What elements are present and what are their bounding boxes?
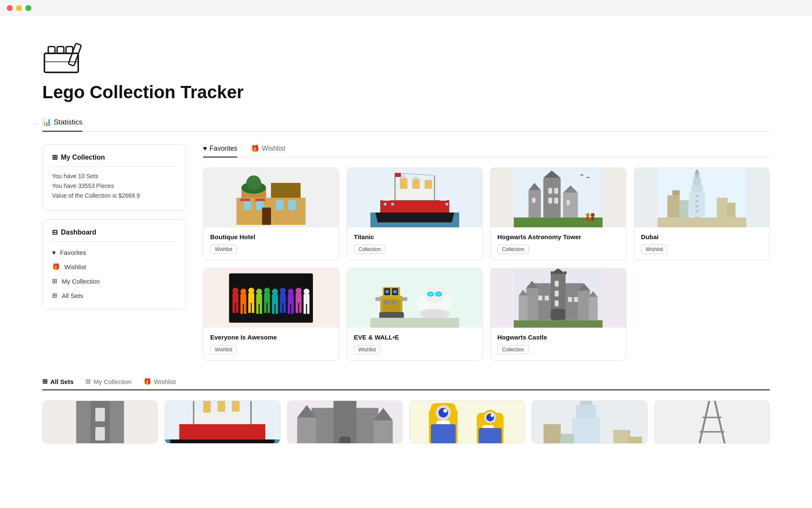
svg-rect-65 bbox=[672, 190, 680, 196]
stat-value: Value of the Collection is $2669.9 bbox=[52, 192, 176, 199]
svg-rect-90 bbox=[264, 293, 270, 303]
svg-rect-18 bbox=[262, 207, 271, 225]
svg-point-192 bbox=[443, 409, 447, 412]
svg-rect-194 bbox=[431, 424, 456, 444]
svg-point-33 bbox=[391, 203, 394, 206]
card-hogwarts-castle[interactable]: Hogwarts Castle Collection bbox=[490, 268, 626, 361]
svg-rect-57 bbox=[657, 218, 746, 227]
svg-rect-180 bbox=[297, 417, 316, 444]
card-badge-dubai: Wishlist bbox=[641, 245, 668, 254]
svg-rect-2 bbox=[57, 47, 64, 53]
svg-rect-209 bbox=[543, 424, 561, 444]
tab-statistics[interactable]: 📊 Statistics bbox=[42, 118, 82, 132]
svg-rect-182 bbox=[373, 420, 392, 444]
svg-rect-36 bbox=[382, 198, 390, 201]
svg-rect-101 bbox=[283, 303, 286, 313]
card-name-everyone-awesome: Everyone Is Awesome bbox=[210, 334, 332, 341]
heart-icon: ♥ bbox=[52, 249, 56, 256]
nav-favorites[interactable]: ♥ Favorites bbox=[52, 248, 176, 257]
svg-rect-41 bbox=[529, 190, 541, 218]
svg-rect-81 bbox=[244, 304, 247, 314]
svg-rect-159 bbox=[514, 320, 603, 328]
titlebar bbox=[0, 0, 812, 16]
card-badge-everyone-awesome: Wishlist bbox=[210, 345, 237, 354]
svg-rect-109 bbox=[299, 303, 302, 313]
card-everyone-awesome[interactable]: Everyone Is Awesome Wishlist bbox=[203, 268, 339, 361]
svg-rect-97 bbox=[275, 304, 278, 314]
grid-icon-all-sets: ⊞ bbox=[42, 378, 48, 385]
nav-my-collection[interactable]: ⊞ My Collection bbox=[52, 276, 176, 286]
card-titanic[interactable]: Titanic Collection bbox=[347, 168, 483, 260]
tab-favorites[interactable]: ♥ Favorites bbox=[203, 144, 237, 157]
svg-rect-100 bbox=[280, 303, 283, 313]
svg-rect-13 bbox=[246, 176, 261, 190]
bottom-card-6[interactable] bbox=[654, 400, 770, 444]
svg-rect-98 bbox=[280, 293, 286, 303]
svg-rect-85 bbox=[252, 303, 254, 313]
svg-rect-47 bbox=[548, 198, 552, 204]
svg-rect-145 bbox=[589, 297, 598, 320]
bottom-card-img-3 bbox=[288, 401, 402, 443]
svg-rect-150 bbox=[564, 271, 567, 274]
svg-rect-211 bbox=[628, 436, 642, 444]
tab-my-collection-bottom[interactable]: ⊞ My Collection bbox=[85, 378, 132, 389]
svg-rect-173 bbox=[232, 400, 240, 411]
card-badge-hogwarts-castle: Collection bbox=[497, 345, 529, 354]
bottom-card-3[interactable] bbox=[287, 400, 403, 444]
svg-rect-155 bbox=[538, 295, 542, 301]
card-hogwarts-astronomy[interactable]: Hogwarts Astronomy Tower Collection bbox=[490, 168, 626, 260]
card-image-eve-wall bbox=[347, 268, 483, 328]
bottom-card-4[interactable] bbox=[409, 400, 525, 444]
svg-rect-108 bbox=[296, 303, 298, 313]
svg-point-133 bbox=[420, 309, 449, 319]
card-dubai[interactable]: Dubai Wishlist bbox=[634, 168, 770, 260]
svg-rect-113 bbox=[307, 304, 310, 314]
tab-all-sets[interactable]: ⊞ All Sets bbox=[42, 378, 74, 389]
card-image-hogwarts-astronomy bbox=[491, 168, 626, 227]
card-boutique-hotel[interactable]: Boutique Hotel Wishlist bbox=[203, 168, 339, 260]
logo-area: Lego Collection Tracker bbox=[42, 41, 770, 102]
svg-point-99 bbox=[280, 288, 286, 294]
svg-rect-86 bbox=[256, 294, 262, 304]
page-title: Lego Collection Tracker bbox=[42, 82, 770, 102]
svg-rect-24 bbox=[400, 178, 407, 189]
svg-rect-147 bbox=[551, 271, 553, 274]
svg-rect-17 bbox=[288, 200, 296, 210]
bottom-card-5[interactable] bbox=[532, 400, 647, 444]
svg-rect-55 bbox=[591, 217, 594, 221]
bottom-card-2[interactable] bbox=[165, 400, 280, 444]
svg-rect-123 bbox=[401, 297, 407, 301]
close-button[interactable] bbox=[7, 5, 13, 11]
svg-point-27 bbox=[401, 174, 406, 179]
card-image-titanic bbox=[347, 168, 483, 227]
nav-all-sets[interactable]: ⊞ All Sets bbox=[52, 290, 176, 301]
svg-rect-153 bbox=[555, 301, 559, 306]
svg-point-79 bbox=[240, 289, 246, 295]
maximize-button[interactable] bbox=[25, 5, 31, 11]
svg-rect-139 bbox=[526, 288, 538, 320]
bottom-card-1[interactable] bbox=[42, 400, 158, 444]
tab-wishlist[interactable]: 🎁 Wishlist bbox=[251, 144, 285, 157]
card-name-hogwarts-castle: Hogwarts Castle bbox=[497, 334, 619, 341]
nav-wishlist[interactable]: 🎁 Wishlist bbox=[52, 262, 176, 272]
svg-rect-151 bbox=[555, 281, 559, 287]
svg-rect-77 bbox=[236, 303, 239, 313]
tab-wishlist-bottom[interactable]: 🎁 Wishlist bbox=[143, 378, 176, 389]
svg-rect-92 bbox=[264, 303, 266, 313]
svg-rect-112 bbox=[304, 304, 306, 314]
svg-rect-184 bbox=[339, 436, 351, 444]
svg-rect-152 bbox=[555, 291, 559, 297]
svg-rect-169 bbox=[179, 424, 265, 439]
card-badge-hogwarts-astronomy: Collection bbox=[497, 245, 529, 254]
svg-point-95 bbox=[272, 289, 278, 295]
sidebar: ⊞ My Collection You have 10 Sets You hav… bbox=[42, 144, 186, 361]
bottom-card-img-5 bbox=[532, 401, 647, 443]
bottom-card-img-2 bbox=[165, 401, 280, 443]
svg-rect-158 bbox=[574, 297, 578, 302]
svg-rect-207 bbox=[572, 417, 600, 444]
svg-rect-49 bbox=[532, 198, 535, 203]
svg-rect-164 bbox=[95, 408, 105, 421]
minimize-button[interactable] bbox=[16, 5, 22, 11]
svg-rect-214 bbox=[655, 400, 769, 444]
card-eve-wall[interactable]: EVE & WALL•E Wishlist bbox=[347, 268, 483, 361]
